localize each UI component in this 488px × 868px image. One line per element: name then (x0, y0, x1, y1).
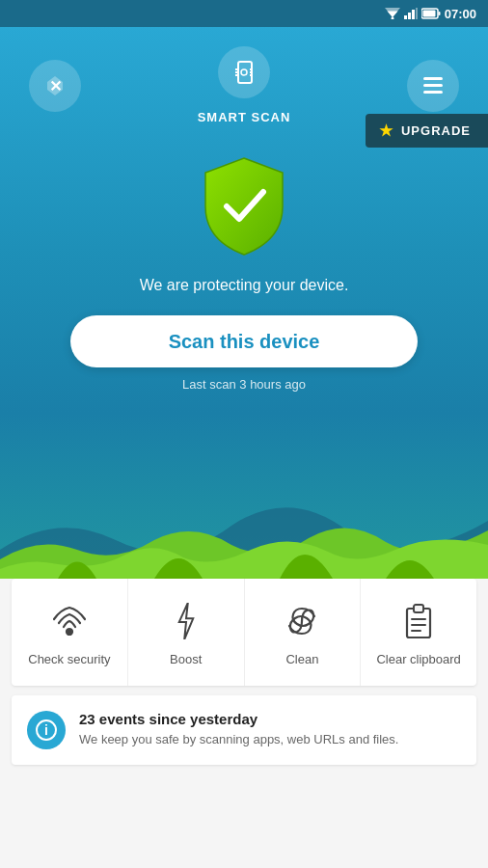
info-icon: i (36, 719, 57, 741)
status-bar: 07:00 (0, 0, 488, 27)
svg-point-2 (391, 17, 393, 20)
scan-button-area: Scan this device Last scan 3 hours ago (0, 315, 488, 392)
clean-action[interactable]: Clean (245, 579, 362, 686)
smart-scan-label: SMART SCAN (198, 110, 291, 124)
protect-text: We are protecting your device. (140, 277, 349, 294)
signal-icon (404, 8, 418, 19)
avast-logo-button[interactable]: ✕ (29, 60, 81, 112)
svg-rect-8 (438, 12, 440, 15)
menu-button[interactable] (407, 60, 459, 112)
clear-clipboard-action[interactable]: Clear clipboard (361, 579, 476, 686)
wifi-status-icon (385, 8, 400, 19)
status-time: 07:00 (445, 7, 476, 21)
check-security-action[interactable]: Check security (12, 579, 128, 686)
nav-row: ✕ SMART SCAN (0, 27, 488, 124)
check-security-icon (48, 600, 91, 642)
wifi-icon (51, 603, 88, 639)
svg-point-19 (241, 69, 247, 75)
shield-area: We are protecting your device. (0, 153, 488, 294)
boost-icon (165, 600, 207, 642)
svg-rect-9 (422, 11, 435, 17)
last-scan-text: Last scan 3 hours ago (182, 377, 306, 392)
main-background: ✕ SMART SCAN (0, 27, 488, 579)
svg-rect-6 (416, 8, 418, 19)
svg-marker-24 (178, 603, 192, 639)
events-icon-circle: i (27, 711, 66, 749)
svg-text:✕: ✕ (49, 78, 62, 95)
clear-clipboard-icon (397, 600, 440, 642)
smart-scan-icon (230, 59, 258, 86)
clean-label: Clean (285, 652, 318, 668)
scan-button-label: Scan this device (169, 331, 320, 353)
bottom-area: Check security Boost Clean (0, 579, 488, 868)
svg-rect-26 (414, 605, 423, 612)
smart-scan-icon-btn[interactable] (218, 46, 270, 98)
battery-icon (421, 8, 441, 19)
smart-scan-button[interactable]: SMART SCAN (198, 46, 291, 124)
menu-icon (421, 77, 445, 95)
clear-clipboard-label: Clear clipboard (376, 652, 460, 668)
hills-decoration (0, 473, 488, 579)
svg-rect-3 (404, 15, 407, 19)
check-security-label: Check security (28, 652, 110, 668)
svg-text:i: i (44, 722, 48, 738)
bolt-icon (171, 603, 202, 639)
boost-label: Boost (170, 652, 202, 668)
svg-rect-5 (412, 10, 415, 19)
svg-rect-22 (423, 91, 443, 94)
svg-marker-1 (387, 12, 397, 18)
quick-actions-grid: Check security Boost Clean (12, 579, 476, 686)
shield-icon (196, 153, 292, 259)
clipboard-icon (403, 603, 434, 639)
svg-point-23 (67, 629, 72, 635)
clean-icon (281, 600, 323, 642)
events-card[interactable]: i 23 events since yesterday We keep you … (12, 695, 476, 765)
upgrade-button[interactable]: ★ UPGRADE (366, 114, 488, 148)
svg-rect-21 (423, 84, 443, 87)
events-text-area: 23 events since yesterday We keep you sa… (79, 711, 398, 748)
boost-action[interactable]: Boost (128, 579, 245, 686)
upgrade-label: UPGRADE (401, 123, 471, 138)
svg-rect-20 (423, 77, 443, 80)
scan-button[interactable]: Scan this device (70, 315, 418, 367)
avast-logo-icon: ✕ (41, 72, 68, 99)
svg-rect-4 (408, 13, 411, 19)
star-icon: ★ (379, 122, 393, 140)
events-title: 23 events since yesterday (79, 711, 398, 727)
status-icons: 07:00 (385, 7, 476, 21)
events-desc: We keep you safe by scanning apps, web U… (79, 731, 398, 748)
svg-rect-12 (238, 62, 252, 83)
spiral-icon (284, 603, 320, 639)
